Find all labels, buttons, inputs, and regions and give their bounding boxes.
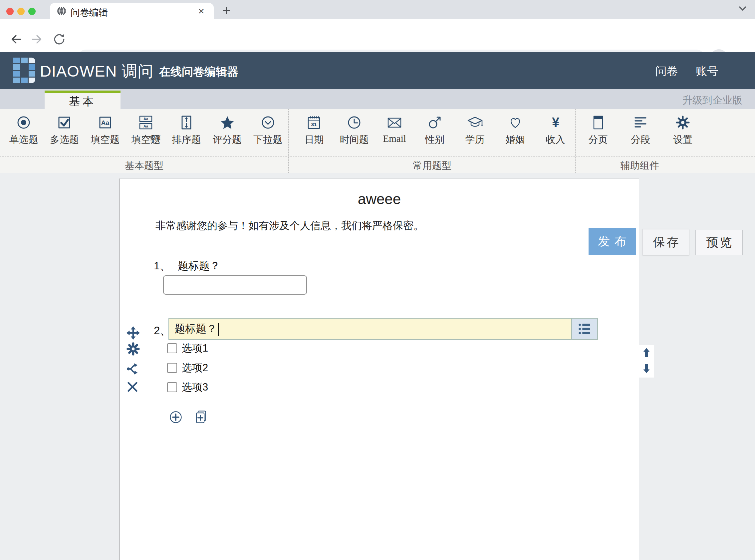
sort-icon	[179, 115, 195, 131]
tool-gender[interactable]: 性别	[415, 115, 455, 146]
email-icon	[387, 115, 403, 131]
segment-icon	[632, 115, 649, 131]
settings-icon	[675, 115, 691, 131]
education-icon	[467, 115, 483, 131]
question-number: 1、	[154, 260, 170, 272]
option-row: 选项1	[167, 343, 208, 354]
upgrade-link[interactable]: 升级到企业版	[682, 94, 742, 107]
window-close-light[interactable]	[6, 8, 14, 15]
page-title: 在线问卷编辑器	[159, 64, 238, 80]
globe-favicon-icon	[57, 6, 66, 17]
tab-close-icon[interactable]: ×	[198, 5, 204, 17]
group-common-types: 31 日期 时间题 Email 性别 学历	[288, 109, 576, 173]
tool-multi-fill-blank[interactable]: AaAa 多项 填空题	[125, 115, 166, 146]
group-label: 基本题型	[0, 159, 288, 173]
tool-sort[interactable]: 排序题	[166, 115, 207, 146]
svg-text:Aa: Aa	[101, 119, 109, 126]
option-checkbox[interactable]	[167, 343, 177, 353]
option-checkbox[interactable]	[167, 382, 177, 392]
survey-canvas: aweee 非常感谢您的参与！如有涉及个人信息，我们将严格保密。 1、题标题？ …	[119, 178, 639, 560]
calendar-icon: 31	[306, 115, 322, 131]
tool-dropdown[interactable]: 下拉题	[248, 115, 288, 146]
nav-survey[interactable]: 问卷	[655, 65, 678, 77]
tool-education[interactable]: 学历	[455, 115, 495, 146]
heart-icon	[507, 115, 523, 131]
gender-icon	[427, 115, 443, 131]
delete-question-icon[interactable]	[125, 380, 140, 395]
star-icon	[219, 115, 236, 131]
group-label: 辅助组件	[576, 159, 704, 173]
header-nav: 问卷 账号	[641, 64, 718, 79]
tool-email[interactable]: Email	[374, 115, 415, 146]
option-checkbox[interactable]	[167, 363, 177, 373]
survey-description[interactable]: 非常感谢您的参与！如有涉及个人信息，我们将严格保密。	[156, 219, 424, 233]
tool-time[interactable]: 时间题	[334, 115, 374, 146]
radio-icon	[16, 115, 32, 131]
tool-fill-blank[interactable]: Aa 填空题	[85, 115, 125, 146]
group-aux-components: 分页 分段 设置 辅助组件	[575, 109, 704, 173]
copy-plus-icon	[194, 410, 208, 424]
circle-plus-icon	[168, 410, 183, 424]
tool-rating[interactable]: 评分题	[207, 115, 247, 146]
tool-segment[interactable]: 分段	[619, 115, 661, 146]
back-button[interactable]	[8, 32, 23, 48]
tab-title: 问卷编辑	[70, 6, 108, 19]
save-button[interactable]: 保存	[642, 229, 689, 255]
preview-button[interactable]: 预览	[695, 230, 743, 255]
brand-title: DIAOWEN 调问	[40, 61, 154, 82]
svg-text:Aa: Aa	[143, 117, 148, 121]
svg-text:31: 31	[311, 121, 317, 127]
publish-button[interactable]: 发布	[589, 228, 636, 255]
tool-income[interactable]: ¥ 收入	[535, 115, 576, 146]
question-title-input[interactable]: 题标题？	[169, 319, 571, 339]
forward-button[interactable]	[30, 32, 45, 48]
batch-add-option-button[interactable]	[194, 410, 208, 426]
survey-title[interactable]: aweee	[120, 191, 639, 207]
browser-tabstrip: 问卷编辑 × +	[0, 0, 755, 19]
option-label: 选项3	[182, 380, 208, 394]
browser-tab[interactable]: 问卷编辑 ×	[50, 3, 214, 19]
yen-icon: ¥	[548, 115, 564, 131]
browser-toolbar: localhost:8083/static/diaowen/design.htm…	[0, 19, 755, 52]
tool-settings[interactable]: 设置	[662, 115, 704, 146]
question-type-ribbon: 单选题 多选题 Aa 填空题 AaAa 多项 填空题 排序题	[0, 109, 755, 173]
multi-text-input-icon: AaAa	[138, 115, 154, 131]
option-list-button[interactable]	[571, 319, 597, 339]
move-down-button[interactable]	[641, 363, 651, 376]
text-caret	[218, 323, 219, 336]
tool-page-break[interactable]: 分页	[577, 115, 619, 146]
option-row: 选项2	[167, 362, 208, 374]
window-minimize-light[interactable]	[17, 8, 25, 15]
nav-account[interactable]: 账号	[696, 65, 718, 77]
question-settings-gear-icon[interactable]	[125, 341, 141, 358]
reload-button[interactable]	[52, 32, 66, 48]
option-label: 选项1	[182, 341, 208, 355]
tab-search-chevron-icon[interactable]	[738, 5, 748, 14]
question-1-title[interactable]: 1、题标题？	[154, 259, 220, 273]
text-input-icon: Aa	[97, 115, 113, 131]
page-break-icon	[590, 115, 606, 131]
tab-basic[interactable]: 基本	[45, 91, 121, 112]
question-1-text-input[interactable]	[163, 275, 307, 295]
move-handle-icon[interactable]	[125, 325, 141, 342]
new-tab-button[interactable]: +	[222, 3, 231, 19]
tool-date[interactable]: 31 日期	[294, 115, 334, 146]
tool-multi-choice[interactable]: 多选题	[44, 115, 85, 146]
window-zoom-light[interactable]	[28, 8, 36, 15]
dropdown-icon	[260, 115, 276, 131]
group-basic-types: 单选题 多选题 Aa 填空题 AaAa 多项 填空题 排序题	[0, 109, 288, 173]
move-up-button[interactable]	[641, 346, 651, 360]
app-header: DIAOWEN 调问 在线问卷编辑器 问卷 账号	[0, 52, 755, 89]
logic-branch-icon[interactable]	[125, 361, 141, 378]
screen: 问卷编辑 × + localhost:8083/static/diaowen/d…	[0, 0, 755, 560]
tool-marriage[interactable]: 婚姻	[495, 115, 535, 146]
checkbox-icon	[56, 115, 72, 131]
question-2-title-editor: 题标题？	[168, 318, 598, 340]
option-row: 选项3	[167, 382, 208, 393]
tool-single-choice[interactable]: 单选题	[3, 115, 44, 146]
add-option-button[interactable]	[168, 410, 183, 426]
group-label: 常用题型	[289, 159, 576, 173]
question-reorder-panel	[639, 345, 654, 378]
svg-text:Aa: Aa	[143, 124, 148, 128]
diaowen-logo	[13, 58, 37, 84]
